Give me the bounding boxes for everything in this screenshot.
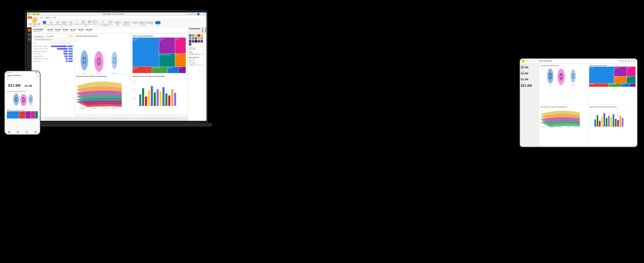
viz-pie-icon[interactable]	[200, 34, 203, 37]
values-placeholder[interactable]: Add data fields here	[189, 53, 206, 55]
stream-chart-title: Units Sold by Year, Quarter and Manufact…	[76, 76, 129, 77]
tablet-app-label: Microsoft Power BI	[526, 60, 536, 62]
tablet-treemap-chart: Sales Amount by Brand Name Contoso Fabri…	[588, 64, 636, 105]
text-box-icon[interactable]: T	[92, 20, 98, 23]
format-icon[interactable]	[189, 47, 192, 50]
maximize-btn[interactable]	[33, 13, 34, 15]
refresh-icon[interactable]: ↺	[69, 21, 72, 24]
viz-map-icon[interactable]	[192, 37, 194, 40]
new-page-icon[interactable]: 📄	[75, 20, 79, 23]
tab-top-segments[interactable]: Top segments	[45, 35, 54, 37]
paste-icon[interactable]: 📋	[32, 19, 36, 22]
tablet-icon-5[interactable]	[630, 60, 632, 62]
viz-line-icon[interactable]	[195, 34, 197, 37]
enter-data-icon[interactable]: 📊	[56, 21, 60, 24]
viz-funnel-icon[interactable]	[200, 40, 203, 42]
ribbon-search[interactable]: 🔍	[204, 17, 206, 18]
recent-sources-icon[interactable]: 🕐	[49, 21, 52, 24]
filters-tab[interactable]: FILTERS	[201, 27, 204, 33]
publish-icon[interactable]: ↑	[156, 21, 160, 24]
metric-canada: $5.3M Canada	[55, 29, 60, 32]
format-painter-icon[interactable]: 🖌	[37, 23, 40, 25]
tablet-icon-2[interactable]	[622, 60, 624, 62]
tablet-body: ⚡ Microsoft Power BI Sales Dashboard	[519, 58, 638, 147]
phone-nav-home[interactable]: 🏠	[8, 131, 10, 134]
nav-model-icon[interactable]	[28, 38, 31, 41]
phone-device: 12:38 AM 📶🔋 ‹ Sales Dashboard Goal 🔍 USA…	[4, 71, 40, 135]
ribbon-tab-view[interactable]: View	[39, 16, 44, 19]
ribbon-tab-home[interactable]: Home	[32, 16, 38, 19]
ribbon-tab-file[interactable]: File	[28, 16, 32, 19]
window-close-icon[interactable]: ✕	[204, 13, 206, 15]
ribbon-tab-help[interactable]: Help	[52, 16, 57, 19]
phone-back-btn[interactable]: ‹	[6, 75, 7, 77]
viz-gauge-icon[interactable]	[189, 43, 191, 45]
values-section: Values Add data fields here	[188, 51, 206, 56]
viz-python-icon[interactable]	[198, 40, 200, 42]
visualizations-tab[interactable]: VISUALIZATIONS	[188, 27, 201, 33]
page-tab-add[interactable]: +	[41, 118, 45, 120]
phone-screen: 12:38 AM 📶🔋 ‹ Sales Dashboard Goal 🔍 USA…	[5, 71, 40, 134]
viz-slicer-icon[interactable]	[192, 40, 194, 42]
pbi-canvas: Key influencers Top segments 👍 👎 What in…	[32, 33, 188, 117]
tablet-icon-6[interactable]	[634, 60, 636, 62]
influencer-question[interactable]: What influences NSAT to be 7	[34, 38, 73, 41]
tab-key-influencers[interactable]: Key influencers	[34, 35, 44, 37]
switch-theme-icon[interactable]: 🎨	[114, 21, 121, 24]
tablet-icon-3[interactable]	[625, 60, 627, 62]
relationships-label: Relationships	[123, 24, 130, 25]
analytics-icon[interactable]	[192, 47, 195, 50]
tablet-top-charts: Units by Product and Sale Size 100 50 0	[540, 64, 636, 105]
viz-column-icon[interactable]	[192, 34, 194, 37]
thumbs-icons: 👍 👎	[68, 35, 73, 37]
cross-report-toggle[interactable]: Off	[189, 60, 206, 62]
phone-search-icon[interactable]: 🔍	[36, 75, 39, 77]
tablet-icon-4[interactable]	[628, 60, 630, 62]
ask-question-icon[interactable]: ❓	[81, 20, 86, 23]
new-column-icon[interactable]: fx+	[139, 21, 146, 24]
manage-relationships-icon[interactable]: ⟺	[122, 21, 130, 24]
nav-report-icon[interactable]	[28, 29, 31, 31]
user-name: Miguel Martinez	[188, 13, 196, 15]
phone-nav-star[interactable]: ⭐	[25, 131, 28, 134]
viz-kpi-icon[interactable]	[189, 40, 191, 42]
viz-matrix-icon[interactable]	[198, 37, 200, 40]
svg-text:$600K: $600K	[133, 81, 136, 82]
cut-icon[interactable]: ✂	[28, 23, 32, 25]
window-min-icon[interactable]: ─	[200, 13, 202, 15]
new-measure-icon[interactable]: fx	[132, 21, 138, 24]
minimize-btn[interactable]	[30, 13, 32, 15]
phone-metric-usa: USA	[6, 79, 9, 80]
tablet-treemap-proseware: Prose..	[614, 76, 626, 83]
window-max-icon[interactable]: □	[202, 13, 204, 15]
nav-data-icon[interactable]	[28, 33, 31, 36]
pbi-canvas-area: OVERVIEW Sales Report $5.3M Australia $5…	[32, 27, 188, 121]
svg-point-65	[550, 75, 551, 77]
viz-table-icon[interactable]	[195, 37, 197, 40]
add-drillthrough-field[interactable]: Add do...	[189, 64, 206, 66]
close-btn[interactable]	[28, 13, 30, 15]
bar-svg: $600K $550K $500K	[132, 78, 178, 109]
viz-bar-icon[interactable]	[189, 34, 191, 37]
phone-nav-chat[interactable]: 💬	[16, 131, 19, 134]
viz-area-icon[interactable]	[198, 34, 200, 37]
quick-measure-icon[interactable]: ⚡fx	[146, 21, 154, 24]
phone-time: 12:38 AM	[6, 72, 12, 73]
get-data-icon[interactable]: ≡	[43, 21, 46, 24]
from-marketplace-icon[interactable]: 🏪	[101, 20, 106, 23]
from-file-icon[interactable]: 📁	[108, 20, 112, 23]
bottom-charts-row: Units Sold by Year, Quarter and Manufact…	[75, 74, 187, 114]
copy-icon[interactable]: ⧉	[32, 23, 36, 25]
tablet-treemap-title: Sales Amount by Brand Name	[589, 65, 636, 66]
ribbon-tab-modeling[interactable]: Modeling	[44, 16, 52, 19]
buttons-icon[interactable]: 🔲	[88, 20, 91, 23]
viz-scatter-icon[interactable]	[189, 37, 191, 40]
external-data-icon[interactable]: ⚙	[62, 21, 66, 24]
phone-big-metrics: $21.8M $3.3M	[5, 81, 40, 89]
phone-app-title: Sales Dashboard	[8, 74, 21, 76]
viz-card-icon[interactable]	[200, 37, 203, 40]
fields-tab[interactable]: FILTERS	[204, 27, 206, 33]
viz-r-icon[interactable]: R	[195, 40, 197, 42]
tablet-icon-1[interactable]	[619, 60, 621, 62]
phone-nav-more[interactable]: ⋯	[34, 131, 37, 134]
